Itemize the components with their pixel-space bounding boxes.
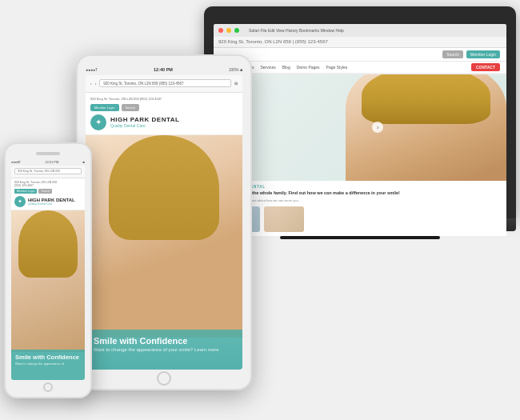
tablet-logo-texts: HIGH PARK DENTAL Quality Dental Care [110, 116, 179, 128]
laptop-url-text: 920 King St, Toronto, ON L2N 659 | (955)… [218, 39, 328, 44]
tablet-site-header: 920 King St, Toronto, ON L2N 659 (955) 1… [86, 93, 242, 135]
maximize-dot[interactable] [234, 28, 239, 33]
phone-url-bar[interactable]: 920 King St, Toronto, ON L2N 659 [14, 168, 82, 174]
tablet-url-text: 920 King St, Toronto, ON L2N 659 (955) 1… [103, 82, 183, 86]
tablet-nav-bar: ‹ › 920 King St, Toronto, ON L2N 659 (95… [86, 75, 242, 93]
tablet-logo: ✦ HIGH PARK DENTAL Quality Dental Care [90, 114, 238, 130]
phone-speaker [36, 152, 60, 155]
phone-screen: 920 King St, Toronto, ON L2N 659 920 Kin… [11, 166, 85, 380]
browser-menu: Safari File Edit View History Bookmarks … [249, 28, 344, 33]
laptop-hero-arrow[interactable]: › [372, 122, 383, 133]
laptop-main-heading: into dentist for the whole family. Find … [220, 190, 500, 197]
laptop-thumbnails [220, 206, 500, 232]
phone-hero-sub: Want to change the appearance of [15, 362, 81, 366]
laptop-bottom-section: HIGH PARK DENTAL into dentist for the wh… [214, 181, 506, 236]
tablet-hero-title: Smile with Confidence [94, 336, 234, 346]
tablet-hero-overlay: Smile with Confidence Want to change the… [86, 330, 242, 370]
tablet-search-btn[interactable]: Search [122, 104, 140, 111]
phone-hero-bold: Confidence [46, 354, 79, 361]
phone-logo-title: HIGH PARK DENTAL [28, 198, 75, 202]
phone-home-button[interactable] [43, 382, 53, 392]
tablet-header-buttons: Member Login Search [90, 104, 238, 111]
tablet-home-button[interactable] [157, 371, 171, 386]
phone-hero-title: Smile with Confidence [15, 354, 81, 361]
laptop-menubar: Safari File Edit View History Bookmarks … [214, 24, 506, 37]
tablet-shell: ●●●●T 12:40 PM 100% ■ ‹ › 920 King St, T… [76, 54, 252, 390]
tablet-person-hair [109, 135, 218, 241]
phone-header-buttons: Member Login Search [14, 189, 82, 194]
tablet-forward-btn[interactable]: › [95, 81, 97, 86]
phone-signal: ●●●AT [11, 160, 21, 164]
tablet-logo-sub: Quality Dental Care [110, 123, 179, 128]
laptop-screen: Search Member Login Home About Us Servic… [214, 48, 506, 236]
laptop-foot [280, 236, 440, 239]
tablet-reload-btn[interactable]: ⊞ [234, 81, 238, 86]
minimize-dot[interactable] [226, 28, 231, 33]
phone-logo: ✦ HIGH PARK DENTAL Quality Dental Care [14, 196, 82, 207]
tablet-logo-title: HIGH PARK DENTAL [110, 116, 179, 123]
phone-time: 12:01 PM [45, 160, 58, 164]
nav-services[interactable]: Services [260, 65, 275, 70]
laptop-person-hair [362, 74, 490, 125]
tablet-header-info: 920 King St, Toronto, ON L2N 659 (955) 1… [90, 97, 238, 101]
laptop-tag: HIGH PARK DENTAL [220, 185, 500, 189]
tablet-hero-bold: Confidence [139, 336, 187, 346]
laptop-hero-section: › [214, 74, 506, 181]
nav-styles[interactable]: Page Styles [326, 65, 348, 70]
phone-logo-icon: ✦ [14, 196, 26, 207]
laptop-contact-btn[interactable]: CONTACT [471, 63, 500, 71]
laptop-urlbar[interactable]: 920 King St, Toronto, ON L2N 659 | (955)… [214, 37, 506, 48]
phone-phone-num: (555) 123-4567 [14, 184, 82, 187]
tablet-address: 920 King St, Toronto, ON L2N 659 (955) 1… [90, 97, 162, 101]
laptop-thumb-2 [264, 206, 304, 232]
tablet-member-btn[interactable]: Member Login [90, 104, 119, 111]
laptop-main-nav: Home About Us Services Blog Demo Pages P… [214, 62, 506, 74]
phone-device: ●●●AT 12:01 PM ■ 920 King St, Toronto, O… [4, 142, 92, 398]
phone-search-btn[interactable]: Search [38, 189, 52, 194]
phone-site-header: 920 King St, Toronto, ON L2N 659 (555) 1… [11, 178, 85, 210]
phone-member-btn[interactable]: Member Login [14, 189, 37, 194]
laptop-main-desc: items below to learn more about how we c… [220, 198, 500, 203]
phone-person-hair [18, 210, 78, 278]
phone-battery: ■ [83, 160, 85, 164]
nav-blog[interactable]: Blog [282, 65, 290, 70]
tablet-logo-icon: ✦ [90, 114, 106, 130]
phone-url-text: 920 King St, Toronto, ON L2N 659 [18, 170, 60, 173]
tablet-time: 12:40 PM [154, 67, 173, 72]
close-dot[interactable] [218, 28, 223, 33]
phone-logo-sub: Quality Dental Care [28, 202, 75, 206]
tablet-signal: ●●●●T [86, 67, 98, 72]
tablet-back-btn[interactable]: ‹ [90, 81, 92, 86]
tablet-device: ●●●●T 12:40 PM 100% ■ ‹ › 920 King St, T… [76, 54, 252, 390]
tablet-screen: ‹ › 920 King St, Toronto, ON L2N 659 (95… [86, 75, 242, 370]
phone-logo-texts: HIGH PARK DENTAL Quality Dental Care [28, 198, 75, 206]
tablet-hero-sub: Want to change the appearance of your sm… [94, 347, 234, 352]
tablet-status-bar: ●●●●T 12:40 PM 100% ■ [86, 67, 242, 72]
phone-status-bar: ●●●AT 12:01 PM ■ [11, 160, 85, 164]
laptop-member-btn[interactable]: Member Login [466, 50, 500, 58]
tablet-url-bar[interactable]: 920 King St, Toronto, ON L2N 659 (955) 1… [99, 79, 231, 87]
nav-demo[interactable]: Demo Pages [297, 65, 320, 70]
phone-hero: Smile with Confidence Want to change the… [11, 210, 85, 380]
tablet-hero: Smile with Confidence Want to change the… [86, 135, 242, 370]
laptop-top-nav: Search Member Login [214, 48, 506, 62]
scene: Safari File Edit View History Bookmarks … [4, 6, 516, 414]
phone-hero-overlay: Smile with Confidence Want to change the… [11, 350, 85, 380]
laptop-search-btn[interactable]: Search [442, 50, 463, 58]
phone-shell: ●●●AT 12:01 PM ■ 920 King St, Toronto, O… [4, 142, 92, 398]
laptop-hero-person [346, 74, 506, 181]
tablet-battery: 100% ■ [229, 67, 242, 72]
phone-nav-bar: 920 King St, Toronto, ON L2N 659 [11, 166, 85, 178]
